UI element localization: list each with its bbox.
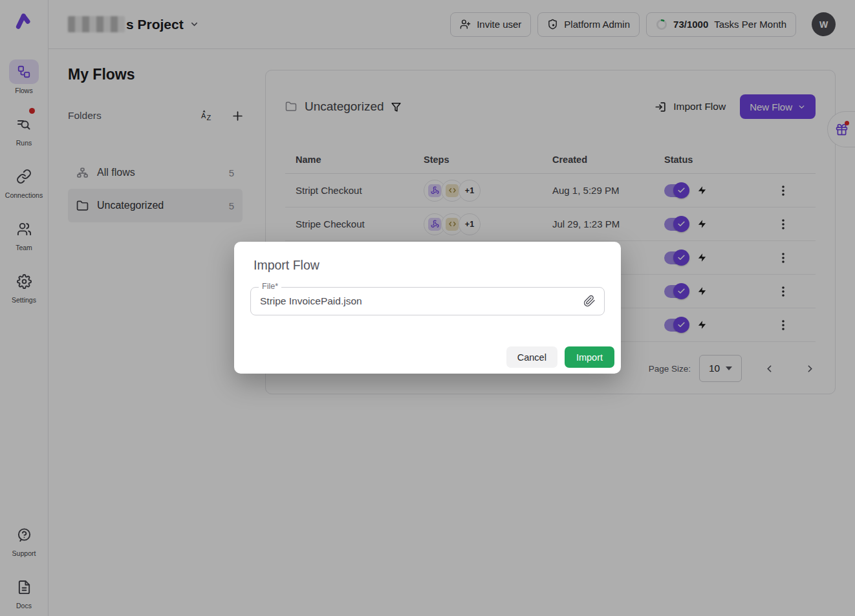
import-flow-dialog: Import Flow File* Stripe InvoicePaid.jso… xyxy=(234,242,621,374)
file-field-label: File* xyxy=(259,282,281,291)
app-window: Flows Runs Connections xyxy=(0,0,855,616)
file-field-value: Stripe InvoicePaid.json xyxy=(251,288,604,315)
import-button[interactable]: Import xyxy=(565,346,614,368)
dialog-title: Import Flow xyxy=(254,258,621,273)
dialog-actions: Cancel Import xyxy=(506,346,614,368)
paperclip-icon[interactable] xyxy=(583,295,596,307)
file-input[interactable]: File* Stripe InvoicePaid.json xyxy=(250,287,605,315)
cancel-button[interactable]: Cancel xyxy=(506,346,557,368)
